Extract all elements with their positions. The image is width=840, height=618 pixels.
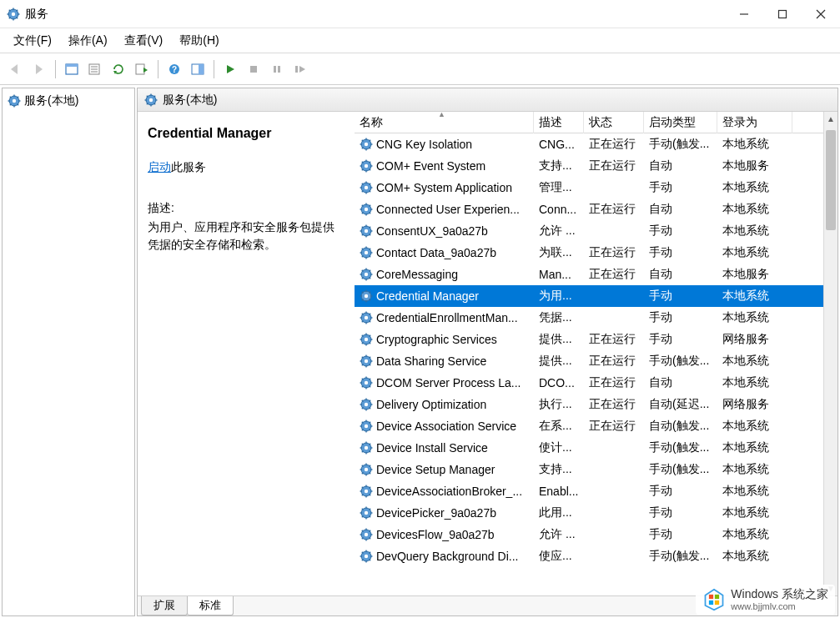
service-status-cell [584,490,644,493]
service-name-cell: CoreMessaging [376,268,458,281]
service-row[interactable]: Device Install Service使计...手动(触发...本地系统 [355,437,823,459]
pane-header-label: 服务(本地) [163,93,217,108]
nav-forward-button[interactable] [28,58,50,80]
menu-help[interactable]: 帮助(H) [171,30,227,52]
service-status-cell [584,294,644,298]
column-header-logon-as[interactable]: 登录为 [717,112,792,133]
service-row[interactable]: CNG Key IsolationCNG...正在运行手动(触发...本地系统 [355,133,823,155]
stop-service-button[interactable] [243,58,264,80]
nav-back-button[interactable] [5,58,27,80]
svg-rect-23 [136,64,144,74]
service-row[interactable]: COM+ System Application管理...手动本地系统 [355,177,823,198]
service-desc-cell: 支持... [534,157,584,175]
service-row[interactable]: Data Sharing Service提供...正在运行手动(触发...本地系… [355,350,823,372]
gear-icon [360,485,373,498]
service-row[interactable]: ConsentUX_9a0a27b允许 ...手动本地系统 [355,220,823,242]
menu-action[interactable]: 操作(A) [60,30,116,52]
service-name-cell: DevicesFlow_9a0a27b [376,528,495,541]
svg-marker-15 [36,64,43,74]
service-row[interactable]: CredentialEnrollmentMan...凭据...手动本地系统 [355,307,823,329]
service-row[interactable]: DevicePicker_9a0a27b此用...手动本地系统 [355,502,823,524]
service-logon-cell: 本地系统 [717,460,792,479]
pause-service-button[interactable] [266,58,288,80]
service-logon-cell: 本地系统 [717,547,792,565]
service-status-cell [584,468,644,471]
svg-rect-30 [250,66,257,73]
service-row[interactable]: Device Setup Manager支持...手动(触发...本地系统 [355,459,823,480]
properties-button[interactable] [84,58,106,80]
tab-standard[interactable]: 标准 [187,596,234,615]
show-hide-action-pane-button[interactable] [187,58,209,80]
service-row[interactable]: Contact Data_9a0a27b为联...正在运行手动本地系统 [355,242,823,264]
service-row[interactable]: Credential Manager为用...手动本地系统 [355,285,823,307]
list-rows[interactable]: CNG Key IsolationCNG...正在运行手动(触发...本地系统C… [355,133,823,567]
service-name-cell: DevicePicker_9a0a27b [376,506,496,520]
minimize-button[interactable] [725,0,763,28]
service-name-cell: DevQuery Background Di... [376,550,518,563]
svg-rect-28 [199,64,204,74]
service-status-cell [584,446,644,450]
column-header-description[interactable]: 描述 [534,112,584,133]
tree-root-services-local[interactable]: 服务(本地) [6,92,131,110]
menu-view[interactable]: 查看(V) [116,30,172,52]
scroll-down-arrow[interactable]: ▼ [824,581,837,595]
tree-root-label: 服务(本地) [24,93,78,108]
service-logon-cell: 本地系统 [717,439,792,457]
service-row[interactable]: CoreMessagingMan...正在运行自动本地服务 [355,264,823,285]
service-logon-cell: 本地系统 [717,244,792,262]
service-row[interactable]: Cryptographic Services提供...正在运行手动网络服务 [355,329,823,350]
refresh-button[interactable] [108,58,129,80]
service-name-cell: DCOM Server Process La... [376,376,521,389]
vertical-scrollbar[interactable]: ▲ ▼ [823,112,837,595]
service-startup-cell: 手动 [644,309,717,327]
service-name-cell: Cryptographic Services [376,333,497,346]
tab-extended[interactable]: 扩展 [141,596,188,615]
service-logon-cell: 本地系统 [717,374,792,392]
service-row[interactable]: DeviceAssociationBroker_...Enabl...手动本地系… [355,480,823,502]
service-desc-cell: Enabl... [534,483,584,500]
service-row[interactable]: DevicesFlow_9a0a27b允许 ...手动本地系统 [355,524,823,545]
service-logon-cell: 本地系统 [717,482,792,500]
service-startup-cell: 自动(触发... [644,417,717,435]
service-startup-cell: 手动 [644,222,717,240]
service-startup-cell: 手动 [644,330,717,349]
service-row[interactable]: Delivery Optimization执行...正在运行自动(延迟...网络… [355,394,823,415]
start-service-button[interactable] [219,58,241,80]
service-row[interactable]: DCOM Server Process La...DCO...正在运行自动本地系… [355,372,823,394]
start-service-link[interactable]: 启动 [148,160,171,173]
column-header-status[interactable]: 状态 [584,112,644,133]
column-header-startup-type[interactable]: 启动类型 [644,112,717,133]
maximize-button[interactable] [763,0,802,28]
service-name-cell: CredentialEnrollmentMan... [376,311,518,324]
service-row[interactable]: COM+ Event System支持...正在运行自动本地服务 [355,155,823,177]
service-desc-cell: 执行... [534,395,584,414]
service-startup-cell: 手动 [644,244,717,262]
service-startup-cell: 自动 [644,374,717,392]
export-list-button[interactable] [131,58,153,80]
services-list: 名称 描述 状态 启动类型 登录为 ▲ CNG Key IsolationCNG… [355,112,837,595]
service-status-cell: 正在运行 [584,200,644,219]
gear-icon [360,138,373,151]
restart-service-button[interactable] [289,58,311,80]
service-status-cell [584,555,644,558]
service-row[interactable]: Device Association Service在系...正在运行自动(触发… [355,415,823,437]
help-button[interactable]: ? [163,58,185,80]
service-desc-cell: 允许 ... [534,525,584,544]
gear-icon [360,376,373,389]
service-logon-cell: 本地系统 [717,287,792,305]
console-tree[interactable]: 服务(本地) [2,88,135,616]
show-hide-console-tree-button[interactable] [61,58,83,80]
pane-header: 服务(本地) [138,88,837,112]
service-row[interactable]: DevQuery Background Di...使应...手动(触发...本地… [355,545,823,567]
service-status-cell: 正在运行 [584,244,644,262]
svg-rect-32 [278,66,280,73]
scroll-up-arrow[interactable]: ▲ [824,112,837,126]
scrollbar-thumb[interactable] [826,130,836,230]
service-startup-cell: 手动 [644,504,717,522]
service-row[interactable]: Connected User Experien...Conn...正在运行自动本… [355,198,823,220]
service-startup-cell: 手动 [644,178,717,197]
menu-file[interactable]: 文件(F) [5,30,60,52]
service-name-cell: Device Setup Manager [376,463,495,476]
close-button[interactable] [802,0,840,28]
service-desc-cell: 为用... [534,287,584,305]
